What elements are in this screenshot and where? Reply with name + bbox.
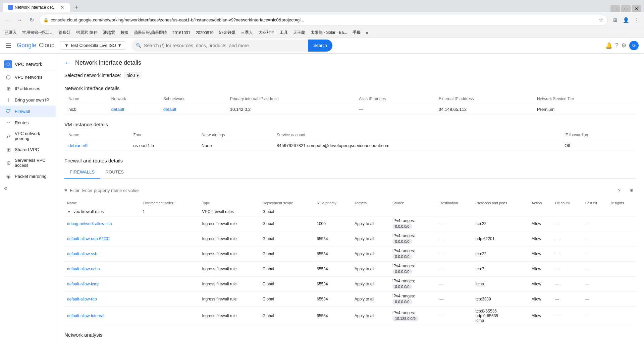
sidebar-item-serverless-vpc[interactable]: ⊙ Serverless VPC access <box>0 155 56 170</box>
fw-col-lasthit[interactable]: Last hit <box>583 199 609 207</box>
maximize-btn[interactable]: □ <box>621 5 631 12</box>
avatar[interactable]: G <box>629 41 639 50</box>
bookmark-tools[interactable]: 工具 <box>278 29 290 36</box>
fw-rule-lasthit-2: — <box>583 231 609 247</box>
fw-col-name[interactable]: Name <box>64 199 140 207</box>
main-content: ← Network interface details Selected net… <box>56 54 644 345</box>
window-controls: ─ □ ✕ <box>608 5 644 12</box>
help-filter-btn[interactable]: ? <box>614 186 624 195</box>
bookmark-phone[interactable]: 手機 <box>351 29 363 36</box>
bookmark-more[interactable]: » <box>364 30 370 36</box>
vm-col-name: Name <box>64 130 129 140</box>
fw-col-action[interactable]: Action <box>529 199 552 207</box>
fw-col-scope[interactable]: Deployment scope <box>260 199 314 207</box>
vm-instance-section: VM instance details Name Zone Network ta… <box>64 122 636 151</box>
page-header-bar: ← Network interface details <box>64 59 636 67</box>
fw-col-source[interactable]: Source <box>390 199 437 207</box>
col-network: Network <box>107 94 159 104</box>
fw-rule-lasthit-6: — <box>583 292 609 307</box>
sidebar-item-bring-your-own-ip[interactable]: ↑ Bring your own IP <box>0 94 56 106</box>
tab-routes[interactable]: ROUTES <box>100 166 129 179</box>
fw-rule-link-6[interactable]: default-allow-rdp <box>67 297 97 301</box>
network-interface-table: Name Network Subnetwork Primary internal… <box>64 94 636 115</box>
sidebar-item-firewall[interactable]: 🛡 Firewall <box>0 106 56 117</box>
profile-icon[interactable]: 👤 <box>621 15 631 25</box>
new-tab-button[interactable]: + <box>72 3 81 12</box>
back-button[interactable]: ← <box>3 15 12 25</box>
sidebar-item-vpc-peering[interactable]: ⇄ VPC network peering <box>0 128 56 144</box>
bookmark-2020[interactable]: 20200910 <box>194 30 215 36</box>
columns-filter-btn[interactable]: ⊞ <box>627 186 636 195</box>
help-icon[interactable]: ? <box>615 42 619 49</box>
network-link[interactable]: default <box>111 107 124 112</box>
minimize-btn[interactable]: ─ <box>610 5 620 12</box>
fw-col-protocols[interactable]: Protocols and ports <box>473 199 529 207</box>
sidebar-item-ip-addresses[interactable]: ⊕ IP addresses <box>0 83 56 94</box>
settings-icon[interactable]: ⚙ <box>621 42 627 49</box>
search-bar[interactable]: 🔍 Search <box>131 40 333 52</box>
hamburger-menu[interactable]: ☰ <box>5 42 11 50</box>
fw-col-destination[interactable]: Destination <box>437 199 473 207</box>
bookmark-hemp[interactable]: 大麻舒油 <box>256 29 276 36</box>
fw-rule-source-label-4: IPv4 ranges: <box>392 264 434 268</box>
group-expand-icon[interactable]: ▼ <box>67 209 71 214</box>
bookmark-2016[interactable]: 20161031 <box>170 30 192 36</box>
fw-col-targets[interactable]: Targets <box>352 199 390 207</box>
fw-rule-source-label-5: IPv4 ranges: <box>392 279 434 283</box>
fw-rule-link-3[interactable]: default-allow-ssh <box>67 252 97 256</box>
filter-icon: ≡ <box>64 188 67 193</box>
fw-col-enforcement[interactable]: Enforcement order <box>140 199 200 207</box>
fw-col-priority[interactable]: Rule priority <box>314 199 352 207</box>
close-btn[interactable]: ✕ <box>632 5 641 12</box>
fw-rule-enforcement-7 <box>140 307 200 325</box>
sidebar-item-packet-mirroring[interactable]: ◈ Packet mirroring <box>0 170 56 182</box>
reload-button[interactable]: ↻ <box>27 15 36 25</box>
notifications-icon[interactable]: 🔔 <box>605 42 612 49</box>
filter-input[interactable] <box>82 188 612 193</box>
tab-close-icon[interactable]: ✕ <box>58 5 64 10</box>
star-icon[interactable]: ☆ <box>599 17 603 23</box>
vm-name-link[interactable]: debian-v9 <box>68 143 88 148</box>
fw-rule-link-5[interactable]: default-allow-icmp <box>67 282 100 286</box>
sidebar-item-routes[interactable]: ↔ Routes <box>0 117 56 128</box>
fw-rule-link-1[interactable]: debug-network-allow-ssh <box>67 221 112 226</box>
search-button[interactable]: Search <box>308 40 332 52</box>
fw-col-insights[interactable]: Insights <box>608 199 636 207</box>
back-nav-button[interactable]: ← <box>64 59 71 67</box>
serverless-vpc-icon: ⊙ <box>5 160 11 166</box>
fw-col-type[interactable]: Type <box>199 199 260 207</box>
bookmark-57[interactable]: 57金錢爆 <box>217 29 237 36</box>
fw-rule-priority-5: 65534 <box>314 277 352 292</box>
address-bar[interactable]: 🔒 console.cloud.google.com/networking/ne… <box>39 15 608 25</box>
bookmark-3seasons[interactable]: 三季人 <box>239 29 255 36</box>
fw-rule-link-4[interactable]: default-allow-echo <box>67 267 100 271</box>
bookmark-data[interactable]: 數據 <box>118 29 130 36</box>
fw-rule-name-7: default-allow-internal <box>64 307 140 325</box>
more-options-icon[interactable]: ⋮ <box>632 15 641 25</box>
shared-vpc-icon: ⊞ <box>5 146 11 152</box>
search-input[interactable] <box>144 43 305 48</box>
active-tab[interactable]: Network interface details - Google Cloud… <box>3 3 70 12</box>
bookmark-solar[interactable]: 太陽能 · Solar · Ba... <box>309 29 349 36</box>
project-selector[interactable]: ▼ Test Clonezilla Live ISO ▼ <box>60 41 126 50</box>
bookmark-apple[interactable]: 蘋果日報,蘋果即時 <box>132 29 169 36</box>
bookmark-sky[interactable]: 天王蘭 <box>291 29 307 36</box>
bookmark-pan[interactable]: 鄧麗君 陳佳 <box>74 29 99 36</box>
sidebar-item-vpc-networks[interactable]: ⬡ VPC networks <box>0 71 56 83</box>
sidebar-item-shared-vpc[interactable]: ⊞ Shared VPC <box>0 144 56 155</box>
bookmark-common-books[interactable]: 常用書籤--勞工 ... <box>20 29 55 36</box>
forward-button[interactable]: → <box>15 15 24 25</box>
collapse-icon[interactable]: « <box>4 185 7 191</box>
tab-firewalls[interactable]: FIREWALLS <box>64 166 100 179</box>
sidebar-collapse[interactable]: « <box>0 182 56 194</box>
fw-rule-link-7[interactable]: default-allow-internal <box>67 314 104 318</box>
bookmark-pan2[interactable]: 潘越雲 <box>101 29 117 36</box>
extensions-icon[interactable]: ⊞ <box>610 15 620 25</box>
col-service-tier: Network Service Tier <box>533 94 636 104</box>
fw-rule-link-2[interactable]: default-allow-udp-62201 <box>67 236 110 241</box>
subnetwork-link[interactable]: default <box>163 107 176 112</box>
interface-selector[interactable]: nic0 ▾ <box>124 72 142 79</box>
bookmark-xu[interactable]: 徐庚廷 <box>57 29 73 36</box>
fw-col-hitcount[interactable]: Hit count <box>552 199 583 207</box>
bookmark-already-entered[interactable]: 已匯入 <box>3 29 19 36</box>
